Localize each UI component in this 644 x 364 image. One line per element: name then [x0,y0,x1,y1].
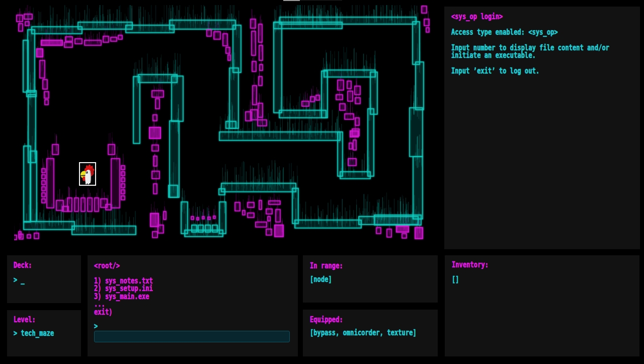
maze-decor [355,98,360,104]
maze-decor [121,172,125,176]
maze-decor [64,42,72,47]
maze-wall [205,225,210,232]
maze-decor [74,198,78,211]
maze-decor [19,234,23,239]
maze-decor [253,86,257,105]
maze-decor [424,19,429,26]
maze-decor [95,198,99,211]
command-input[interactable] [94,331,290,342]
maze-decor [376,228,381,234]
maze-wall [219,132,340,140]
maze-decor [108,144,115,155]
maze-decor [42,199,45,203]
maze-decor [85,40,101,45]
maze-wall [219,202,226,234]
maze-decor [252,61,256,71]
maze-wall [192,225,197,232]
maze-decor [42,169,45,173]
maze-decor [259,45,263,60]
maze-decor [207,30,211,36]
top-hairline [300,0,342,1]
maze-decor [248,213,254,217]
maze-decor [246,112,252,121]
maze-wall [170,20,235,29]
maze-decor [422,6,427,13]
maze-decor [316,95,319,100]
deck-panel: Deck: > _ [7,255,81,303]
maze-decor [150,213,158,227]
maze-decor [251,19,256,28]
maze-decor [158,225,164,233]
maze-wall [30,151,37,222]
maze-decor [252,31,256,55]
maze-decor [155,99,159,109]
maze-decor [348,159,356,166]
maze-decor [348,91,353,101]
root-title: <root/> [94,262,120,269]
inventory-label: Inventory: [452,261,489,268]
equipped-value: [bypass, omnicorder, texture] [310,329,417,336]
maze-decor [353,140,356,150]
maze-wall [126,25,174,33]
maze-decor [121,166,125,170]
maze-decor [118,35,122,39]
maze-decor [310,97,314,102]
top-scrollbar-sliver [283,0,300,1]
maze-decor [340,104,345,110]
maze-decor [152,145,158,151]
maze-decor [17,15,23,22]
terminal-panel: <sys_op login> Access type enabled: <sys… [444,7,640,249]
maze-decor [213,216,215,219]
maze-decor [47,159,54,208]
maze-decor [275,225,283,237]
in-range-value: [node] [310,275,332,283]
maze-decor [202,216,204,219]
maze-decor [24,14,32,19]
maze-wall [340,172,370,179]
maze-decor [65,37,72,41]
maze-decor [228,55,230,60]
maze-wall [24,222,74,230]
maze-decor [34,233,39,239]
maze-decor [164,211,166,220]
maze-decor [258,120,267,126]
level-value: > tech_maze [14,329,54,337]
maze-decor [153,156,157,166]
inventory-panel: Inventory: [] [445,255,639,356]
maze-decor [25,22,29,26]
maze-decor [152,171,159,179]
maze-decor [121,178,125,182]
maze-wall [212,225,217,232]
maze-wall [321,71,328,118]
maze-wall [279,110,326,118]
maze-decor [111,37,117,41]
maze-decor [52,144,58,155]
maze-decor [42,187,45,191]
maze-decor [259,77,262,86]
maze-wall [413,157,423,219]
inventory-value: [] [452,275,459,283]
equipped-label: Equipped: [310,316,343,323]
maze-decor [37,49,43,57]
maze-decor [402,234,407,238]
maze-svg [14,5,431,241]
maze-decor [81,198,85,211]
maze-decor [62,206,68,211]
maze-viewport[interactable] [14,5,431,241]
maze-decor [302,101,309,106]
maze-decor [266,209,272,214]
maze-wall [72,226,136,235]
maze-decor [41,40,62,45]
maze-decor [14,235,17,240]
maze-decor [103,36,109,42]
maze-decor [350,131,358,137]
maze-wall [368,109,374,176]
maze-decor [152,91,164,97]
in-range-panel: In range: [node] [303,255,438,303]
maze-decor [235,202,240,211]
level-label: Level: [14,316,36,323]
maze-decor [45,100,48,105]
maze-decor [121,184,125,188]
in-range-label: In range: [310,262,343,269]
maze-decor [191,216,194,220]
